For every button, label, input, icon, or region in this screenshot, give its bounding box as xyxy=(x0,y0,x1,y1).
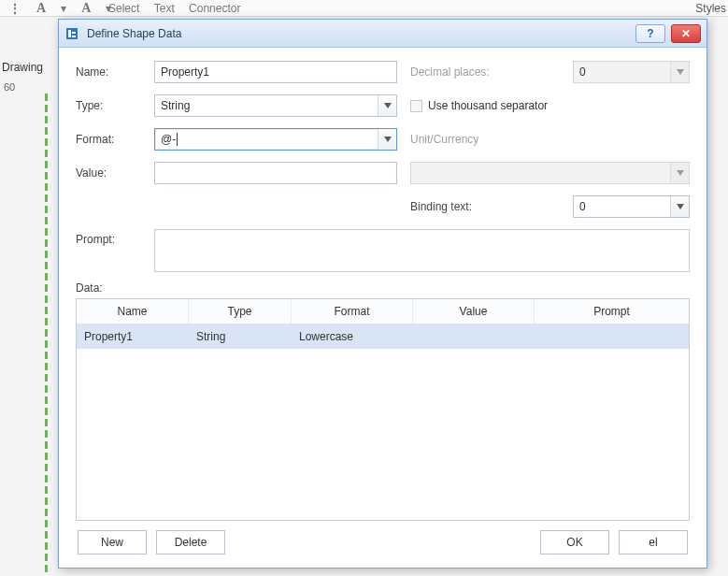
checkbox-box-icon xyxy=(410,100,422,112)
type-value: String xyxy=(161,99,190,112)
svg-rect-2 xyxy=(72,32,76,34)
format-combo[interactable]: @- xyxy=(154,128,397,151)
ribbon-connector[interactable]: Connector xyxy=(183,0,246,17)
unit-currency-dropdown xyxy=(410,162,690,184)
cell-format: Lowercase xyxy=(292,324,413,349)
col-header-prompt[interactable]: Prompt xyxy=(535,299,689,324)
binding-text-dropdown[interactable]: 0 xyxy=(573,195,690,218)
delete-button-label: Delete xyxy=(175,536,207,549)
binding-text-label: Binding text: xyxy=(410,200,560,213)
cell-type: String xyxy=(189,324,292,349)
chevron-down-icon[interactable] xyxy=(670,196,689,217)
cell-prompt xyxy=(535,324,689,349)
font-underline-glyph: ⋮ xyxy=(3,0,27,19)
dropdown-caret-icon: ▾ xyxy=(100,0,117,17)
thousand-separator-label: Use thousand separator xyxy=(428,99,548,112)
chevron-down-icon xyxy=(670,163,689,183)
prompt-input[interactable] xyxy=(154,229,690,272)
decimal-places-value: 0 xyxy=(579,65,586,79)
data-label: Data: xyxy=(76,281,690,295)
ruler-mark-60: 60 xyxy=(4,81,15,93)
ok-button-label: OK xyxy=(566,536,582,549)
ribbon-styles-label: Styles xyxy=(695,0,726,15)
help-icon: ? xyxy=(647,27,653,40)
ok-button[interactable]: OK xyxy=(540,530,609,554)
data-table: Name Type Format Value Prompt Property1 … xyxy=(76,298,690,521)
new-button-label: New xyxy=(101,536,123,549)
unit-currency-label: Unit/Currency xyxy=(410,133,690,146)
cancel-button[interactable]: el xyxy=(619,530,688,554)
font-style-a-blue[interactable]: A xyxy=(76,0,96,18)
name-input[interactable] xyxy=(154,61,397,83)
format-label: Format: xyxy=(76,133,141,146)
col-header-format[interactable]: Format xyxy=(292,299,413,324)
delete-button[interactable]: Delete xyxy=(156,530,225,554)
value-label: Value: xyxy=(76,166,141,180)
dialog-title: Define Shape Data xyxy=(83,27,635,40)
cell-name: Property1 xyxy=(77,324,189,349)
prompt-label: Prompt: xyxy=(76,229,141,246)
value-input[interactable] xyxy=(154,162,397,184)
chevron-down-icon[interactable] xyxy=(378,129,396,150)
help-button[interactable]: ? xyxy=(635,24,665,43)
cell-value xyxy=(413,324,535,349)
page-boundary-guide xyxy=(45,94,48,576)
dialog-titlebar[interactable]: Define Shape Data ? ✕ xyxy=(59,20,707,48)
svg-rect-1 xyxy=(68,30,71,37)
cancel-button-label: el xyxy=(649,536,657,549)
thousand-separator-checkbox: Use thousand separator xyxy=(410,99,690,112)
decimal-places-label: Decimal places: xyxy=(410,65,560,79)
new-button[interactable]: New xyxy=(78,530,147,554)
type-dropdown[interactable]: String xyxy=(154,94,397,117)
table-row[interactable]: Property1 String Lowercase xyxy=(77,324,689,349)
ribbon-text[interactable]: Text xyxy=(149,0,180,17)
chevron-down-icon xyxy=(670,62,689,82)
decimal-places-dropdown: 0 xyxy=(573,61,690,83)
drawing-panel-label: Drawing xyxy=(0,61,51,74)
col-header-name[interactable]: Name xyxy=(77,299,189,324)
col-header-value[interactable]: Value xyxy=(413,299,535,324)
col-header-type[interactable]: Type xyxy=(189,299,292,324)
name-label: Name: xyxy=(76,65,141,79)
close-icon: ✕ xyxy=(681,27,691,40)
font-style-a-red[interactable]: A xyxy=(31,0,51,18)
define-shape-data-dialog: Define Shape Data ? ✕ Name: Decimal plac… xyxy=(58,19,707,569)
text-caret-icon xyxy=(177,133,178,146)
format-value: @- xyxy=(161,133,176,146)
chevron-down-icon[interactable] xyxy=(378,95,396,116)
app-icon xyxy=(64,26,79,41)
close-button[interactable]: ✕ xyxy=(671,24,701,43)
svg-rect-3 xyxy=(72,36,76,37)
binding-text-value: 0 xyxy=(579,200,586,213)
type-label: Type: xyxy=(76,99,141,112)
dropdown-caret-icon: ▾ xyxy=(55,0,72,17)
data-table-header: Name Type Format Value Prompt xyxy=(77,299,689,324)
